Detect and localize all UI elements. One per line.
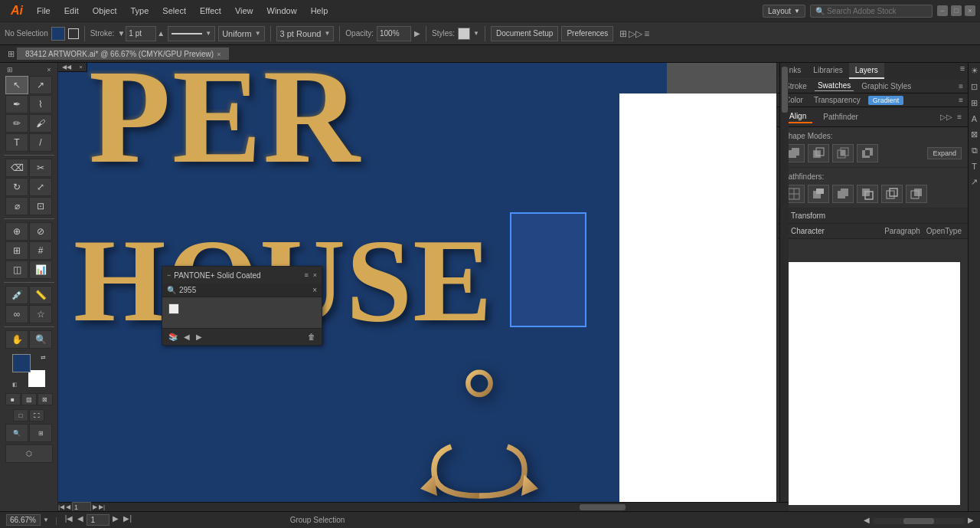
opacity-arrow-icon[interactable]: ▶ bbox=[414, 29, 420, 38]
transform-header[interactable]: ▶ Transform bbox=[777, 208, 968, 223]
chart-tool[interactable]: 📊 bbox=[29, 261, 52, 279]
hscroll-thumb[interactable] bbox=[580, 504, 626, 510]
document-tab[interactable]: 83412 ARTWORK.ai* @ 66.67% (CMYK/GPU Pre… bbox=[17, 48, 229, 60]
menu-window[interactable]: Window bbox=[261, 5, 303, 17]
gradient-tool[interactable]: ◫ bbox=[5, 261, 28, 279]
minus-back-btn[interactable] bbox=[906, 185, 927, 203]
stock-search-box[interactable]: 🔍 bbox=[810, 5, 933, 18]
brush-size-dropdown[interactable]: 3 pt Round ▼ bbox=[276, 26, 335, 41]
outline-btn[interactable] bbox=[881, 185, 903, 203]
last-page-icon[interactable]: ▶| bbox=[122, 514, 133, 526]
prev-page-icon[interactable]: ◀ bbox=[76, 514, 85, 526]
opacity-input[interactable] bbox=[377, 26, 411, 41]
right-icon-5[interactable]: ⊠ bbox=[971, 130, 978, 139]
artboard-tool[interactable]: ⬡ bbox=[5, 444, 53, 463]
panel-minimize-icon[interactable]: − bbox=[167, 271, 171, 279]
paintbrush-tool[interactable]: 🖌 bbox=[29, 114, 52, 133]
color-library-icon[interactable]: 📚 bbox=[167, 333, 179, 341]
stroke-uniform-dropdown[interactable]: Uniform ▼ bbox=[218, 26, 264, 41]
free-transform-tool[interactable]: ⊡ bbox=[29, 197, 52, 215]
right-icon-8[interactable]: ↗ bbox=[971, 177, 978, 187]
collapse-icon[interactable]: ◀◀ bbox=[62, 64, 71, 71]
scroll-page-start-icon[interactable]: |◀ bbox=[58, 503, 64, 510]
menu-edit[interactable]: Edit bbox=[58, 5, 85, 17]
color-search-clear-icon[interactable]: × bbox=[312, 286, 317, 294]
right-icon-6[interactable]: ⧉ bbox=[972, 146, 978, 156]
layout-dropdown[interactable]: Layout ▼ bbox=[763, 5, 805, 18]
tab-graphic-styles[interactable]: Graphic Styles bbox=[858, 81, 914, 91]
shape-minus-front-btn[interactable] bbox=[808, 144, 829, 162]
right-icon-7[interactable]: T bbox=[972, 162, 977, 171]
menu-help[interactable]: Help bbox=[305, 5, 335, 17]
first-page-icon[interactable]: |◀ bbox=[64, 514, 75, 526]
zoom-dropdown-icon[interactable]: ▼ bbox=[43, 517, 49, 523]
stock-search-input[interactable] bbox=[827, 7, 919, 15]
direct-selection-tool[interactable]: ↗ bbox=[29, 76, 52, 94]
minimize-button[interactable]: − bbox=[937, 5, 948, 16]
color-delete-icon[interactable]: 🗑 bbox=[306, 333, 317, 341]
arrange-icon[interactable]: ⊞ bbox=[619, 28, 627, 39]
shape-intersect-btn[interactable] bbox=[832, 144, 854, 162]
measure-tool[interactable]: 📏 bbox=[29, 286, 52, 304]
reset-colors-icon[interactable]: ◧ bbox=[12, 382, 18, 388]
panel-toggle-icon[interactable]: ▷▷ bbox=[629, 28, 642, 39]
color-search-input[interactable] bbox=[179, 286, 309, 294]
pathfinder-expand-icon[interactable]: ▷▷ bbox=[940, 113, 952, 121]
right-icon-1[interactable]: ☀ bbox=[971, 66, 978, 76]
tab-close-icon[interactable]: × bbox=[217, 51, 220, 58]
status-scroll-thumb[interactable] bbox=[903, 518, 934, 524]
scroll-page-end-icon[interactable]: ▶| bbox=[99, 503, 105, 510]
extra-tool-2[interactable]: ⊞ bbox=[29, 424, 52, 442]
extra-tool-1[interactable]: 🔍 bbox=[5, 424, 28, 442]
page-number-input[interactable] bbox=[87, 514, 109, 526]
scroll-page-prev-icon[interactable]: ◀ bbox=[66, 503, 70, 510]
zoom-input[interactable] bbox=[6, 514, 41, 526]
fill-color-square[interactable] bbox=[12, 354, 31, 372]
document-setup-button[interactable]: Document Setup bbox=[491, 26, 559, 41]
right-panel-options-icon[interactable]: ≡ bbox=[957, 63, 968, 74]
panel-options-icon[interactable]: ≡ bbox=[304, 271, 308, 279]
normal-view-btn[interactable]: □ bbox=[13, 409, 28, 421]
pencil-tool[interactable]: ✏ bbox=[5, 114, 28, 133]
options-icon[interactable]: ≡ bbox=[644, 28, 649, 39]
type-tool[interactable]: T bbox=[5, 133, 28, 152]
symbol-tool[interactable]: ☆ bbox=[29, 305, 52, 323]
perspective-tool[interactable]: ⊞ bbox=[5, 241, 28, 260]
restore-button[interactable]: □ bbox=[951, 5, 962, 16]
close-button[interactable]: × bbox=[965, 5, 975, 16]
scale-tool[interactable]: ⤢ bbox=[29, 178, 52, 196]
none-mode-btn[interactable]: ⊠ bbox=[38, 393, 53, 405]
horizontal-scrollbar[interactable]: |◀ ◀ ▶ ▶| bbox=[58, 502, 789, 511]
merge-btn[interactable] bbox=[832, 185, 854, 203]
selection-tool[interactable]: ↖ bbox=[5, 76, 28, 94]
eraser-tool[interactable]: ⌫ bbox=[5, 159, 28, 177]
stroke-line-style[interactable]: ▼ bbox=[168, 26, 215, 41]
menu-object[interactable]: Object bbox=[87, 5, 123, 17]
menu-view[interactable]: View bbox=[229, 5, 260, 17]
next-page-icon[interactable]: ▶ bbox=[111, 514, 120, 526]
swatches-options-icon[interactable]: ≡ bbox=[959, 82, 963, 90]
color-options-icon[interactable]: ≡ bbox=[959, 96, 963, 104]
fullscreen-btn[interactable]: ⛶ bbox=[29, 409, 44, 421]
vertical-scrollbar[interactable] bbox=[779, 63, 789, 502]
shape-builder-tool[interactable]: ⊕ bbox=[5, 222, 28, 241]
stroke-input[interactable] bbox=[126, 26, 156, 41]
rotate-tool[interactable]: ↻ bbox=[5, 178, 28, 196]
expand-button[interactable]: Expand bbox=[927, 147, 962, 159]
trim-btn[interactable] bbox=[808, 185, 829, 203]
fill-swatch[interactable] bbox=[51, 27, 65, 41]
right-icon-3[interactable]: ⊞ bbox=[971, 98, 978, 108]
stroke-swatch[interactable] bbox=[68, 28, 79, 39]
vscroll-thumb[interactable] bbox=[782, 67, 788, 113]
color-next-icon[interactable]: ▶ bbox=[194, 333, 204, 341]
crop-btn[interactable] bbox=[857, 185, 878, 203]
scissors-tool[interactable]: ✂ bbox=[29, 159, 52, 177]
zoom-tool[interactable]: 🔍 bbox=[29, 330, 52, 349]
tab-pathfinder[interactable]: Pathfinder bbox=[817, 111, 864, 123]
menu-type[interactable]: Type bbox=[125, 5, 155, 17]
styles-swatch[interactable] bbox=[458, 28, 470, 40]
menu-effect[interactable]: Effect bbox=[194, 5, 227, 17]
gradient-badge[interactable]: Gradient bbox=[868, 96, 904, 105]
expand-icon[interactable]: × bbox=[79, 64, 83, 71]
live-paint-tool[interactable]: ⊘ bbox=[29, 222, 52, 241]
